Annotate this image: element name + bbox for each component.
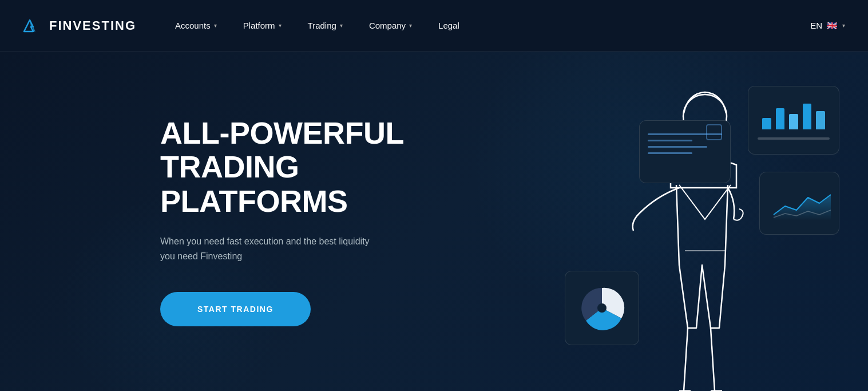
svg-point-3 (597, 303, 607, 313)
start-trading-button[interactable]: START TRADING (160, 292, 311, 326)
hero-section: ALL-POWERFUL TRADING PLATFORMS When you … (0, 52, 868, 391)
nav-item-accounts[interactable]: Accounts ▾ (165, 16, 227, 35)
bar-chart (758, 101, 830, 129)
chevron-down-icon: ▾ (279, 22, 282, 29)
bar-1 (762, 118, 771, 129)
language-code: EN (810, 21, 822, 30)
logo-icon (23, 15, 43, 36)
doc-box-icon (706, 124, 722, 140)
bar-chart-card (748, 86, 839, 155)
bar-3 (789, 114, 798, 130)
brand-name: FINVESTING (49, 18, 136, 33)
nav-item-platform[interactable]: Platform ▾ (233, 16, 292, 35)
chevron-down-icon: ▾ (214, 22, 217, 29)
flag-icon: 🇬🇧 (827, 21, 838, 31)
nav-item-company[interactable]: Company ▾ (359, 16, 422, 35)
nav-links: Accounts ▾ Platform ▾ Trading ▾ Company … (165, 16, 810, 35)
line-chart-card (759, 172, 839, 235)
nav-item-legal[interactable]: Legal (428, 16, 470, 35)
logo[interactable]: FINVESTING (23, 15, 136, 36)
pie-chart-card (565, 271, 639, 345)
doc-line-3 (648, 146, 707, 148)
chevron-down-icon: ▾ (340, 22, 343, 29)
line-chart (768, 186, 831, 220)
chevron-down-icon: ▾ (409, 22, 412, 29)
language-selector[interactable]: EN 🇬🇧 ▾ (810, 21, 845, 31)
doc-line-2 (648, 140, 692, 141)
bar-5 (816, 111, 825, 130)
navbar: FINVESTING Accounts ▾ Platform ▾ Trading… (0, 0, 868, 52)
hero-illustration (467, 52, 868, 391)
bar-2 (776, 108, 785, 130)
document-card (639, 120, 731, 183)
doc-line-4 (648, 152, 692, 154)
hero-subtitle: When you need fast execution and the bes… (160, 234, 429, 263)
bar-chart-label (758, 137, 830, 140)
nav-item-trading[interactable]: Trading ▾ (298, 16, 353, 35)
hero-title: ALL-POWERFUL TRADING PLATFORMS (160, 116, 429, 218)
hero-content: ALL-POWERFUL TRADING PLATFORMS When you … (0, 116, 429, 326)
pie-chart (579, 285, 625, 331)
chevron-down-icon: ▾ (842, 22, 845, 29)
bar-4 (803, 104, 812, 129)
